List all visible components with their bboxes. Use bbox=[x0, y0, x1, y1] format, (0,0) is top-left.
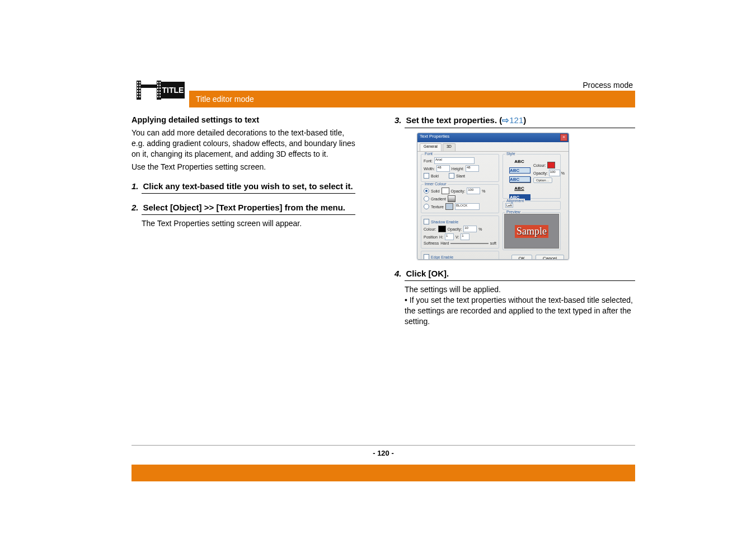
svg-rect-21 bbox=[159, 82, 161, 83]
tab-general[interactable]: General bbox=[420, 143, 442, 151]
pos-h-input[interactable]: 1 bbox=[445, 233, 454, 240]
process-mode-label: Process mode bbox=[583, 81, 633, 90]
solid-label: Solid bbox=[431, 189, 440, 193]
inner-colour-group-label: Inner Colour bbox=[424, 182, 448, 186]
svg-rect-11 bbox=[139, 93, 140, 95]
svg-rect-19 bbox=[157, 93, 158, 95]
gradient-radio[interactable] bbox=[424, 196, 429, 202]
step-number: 3. bbox=[395, 115, 402, 125]
svg-rect-5 bbox=[137, 93, 138, 95]
svg-rect-10 bbox=[139, 90, 140, 92]
pos-v-input[interactable]: 1 bbox=[461, 233, 469, 240]
style-colour-swatch[interactable] bbox=[547, 162, 555, 168]
preview-group-label: Preview bbox=[505, 210, 522, 214]
style-option-shadow[interactable]: ABC bbox=[509, 176, 530, 182]
close-icon[interactable]: × bbox=[560, 134, 567, 141]
hard-label: Hard bbox=[440, 241, 449, 245]
shadow-colour-swatch[interactable] bbox=[438, 226, 446, 232]
cancel-button[interactable]: Cancel bbox=[536, 255, 564, 260]
ok-button[interactable]: OK bbox=[511, 255, 533, 260]
texture-label: Texture bbox=[431, 205, 444, 209]
shadow-opacity-label: Opacity: bbox=[448, 227, 462, 231]
section-title: Title editor mode bbox=[196, 95, 254, 104]
shadow-group-label: Shadow Enable bbox=[431, 220, 458, 224]
bold-label: Bold bbox=[431, 174, 439, 178]
gradient-label: Gradient bbox=[431, 197, 446, 201]
step-result-text: The Text Properties setting screen will … bbox=[142, 218, 355, 229]
position-label: Position bbox=[424, 235, 438, 239]
svg-rect-1 bbox=[137, 82, 138, 83]
style-option-button[interactable]: Option… bbox=[533, 177, 552, 183]
height-input[interactable]: 48 bbox=[466, 165, 479, 172]
page-cross-reference[interactable]: 121 bbox=[509, 115, 523, 125]
edge-group-label: Edge Enable bbox=[431, 255, 453, 259]
style-option-underline[interactable]: ABC bbox=[506, 184, 532, 192]
opacity-input[interactable]: 100 bbox=[467, 188, 480, 194]
slant-checkbox[interactable] bbox=[449, 173, 454, 179]
svg-rect-16 bbox=[157, 85, 158, 86]
step-divider bbox=[142, 193, 355, 194]
texture-swatch[interactable] bbox=[445, 203, 453, 210]
step-note-bullet: • If you set the text properties without… bbox=[405, 295, 635, 327]
section-band: Title editor mode bbox=[189, 91, 635, 107]
style-opacity-label: Opacity: bbox=[533, 171, 548, 175]
step-divider bbox=[405, 128, 635, 128]
shadow-enable-checkbox[interactable] bbox=[424, 219, 429, 224]
width-label: Width: bbox=[424, 167, 435, 171]
text-properties-dialog: Text Properties × General 3D Font Font: … bbox=[417, 133, 569, 260]
font-group-label: Font bbox=[424, 152, 434, 156]
texture-radio[interactable] bbox=[424, 204, 429, 209]
tab-3d[interactable]: 3D bbox=[443, 143, 456, 151]
style-opacity-input[interactable]: 100 bbox=[549, 170, 560, 176]
gradient-swatch[interactable] bbox=[448, 195, 456, 202]
pos-h-label: H: bbox=[439, 235, 443, 239]
svg-rect-9 bbox=[139, 87, 140, 89]
font-label: Font: bbox=[424, 159, 433, 163]
step-text: Click any text-based title you wish to s… bbox=[143, 181, 353, 191]
alignment-group-label: Alignment bbox=[505, 199, 525, 203]
font-dropdown[interactable]: Arial bbox=[434, 157, 475, 164]
width-input[interactable]: 48 bbox=[436, 165, 450, 172]
svg-rect-26 bbox=[159, 96, 161, 97]
step-number: 4. bbox=[395, 269, 402, 278]
edge-enable-checkbox[interactable] bbox=[424, 254, 429, 260]
bold-checkbox[interactable] bbox=[424, 173, 429, 179]
step-text: Select [Object] >> [Text Properties] fro… bbox=[143, 203, 345, 212]
svg-rect-3 bbox=[137, 87, 138, 89]
link-arrow-icon: ⇨ bbox=[502, 115, 509, 125]
soft-label: soft bbox=[490, 241, 496, 245]
style-option-border[interactable]: ABC bbox=[509, 167, 530, 174]
softness-slider[interactable] bbox=[450, 243, 488, 244]
svg-rect-24 bbox=[159, 90, 161, 92]
svg-rect-25 bbox=[159, 93, 161, 95]
intro-paragraph-2: Use the Text Properties setting screen. bbox=[132, 162, 355, 172]
slant-label: Slant bbox=[456, 174, 465, 178]
pos-v-label: V: bbox=[456, 235, 459, 239]
dialog-title-text: Text Properties bbox=[420, 134, 449, 139]
svg-text:TITLE: TITLE bbox=[162, 86, 184, 95]
svg-rect-17 bbox=[157, 87, 158, 89]
svg-rect-12 bbox=[139, 96, 140, 97]
page-number: - 120 - bbox=[373, 449, 394, 457]
step-result-text: The settings will be applied. bbox=[405, 284, 635, 295]
step-divider bbox=[142, 214, 355, 215]
style-group-label: Style bbox=[505, 152, 516, 156]
footer-divider bbox=[132, 445, 635, 446]
svg-rect-4 bbox=[137, 90, 138, 92]
filmstrip-icon: TITLE bbox=[135, 76, 186, 104]
texture-mode-dropdown[interactable]: BLOCK bbox=[455, 203, 480, 210]
style-colour-label: Colour: bbox=[533, 163, 546, 167]
height-label: Height: bbox=[452, 167, 464, 171]
svg-rect-7 bbox=[139, 82, 140, 83]
opacity-label: Opacity: bbox=[451, 189, 466, 193]
solid-colour-swatch[interactable] bbox=[442, 188, 449, 194]
svg-rect-2 bbox=[137, 85, 138, 86]
shadow-opacity-input[interactable]: 10 bbox=[463, 226, 477, 232]
svg-rect-13 bbox=[141, 85, 157, 88]
step-number: 1. bbox=[132, 181, 139, 191]
style-option-plain[interactable]: ABC bbox=[506, 157, 532, 165]
solid-radio[interactable] bbox=[424, 188, 429, 194]
alignment-dropdown[interactable]: Left bbox=[505, 203, 513, 208]
svg-rect-6 bbox=[137, 96, 138, 97]
svg-rect-20 bbox=[157, 96, 158, 97]
